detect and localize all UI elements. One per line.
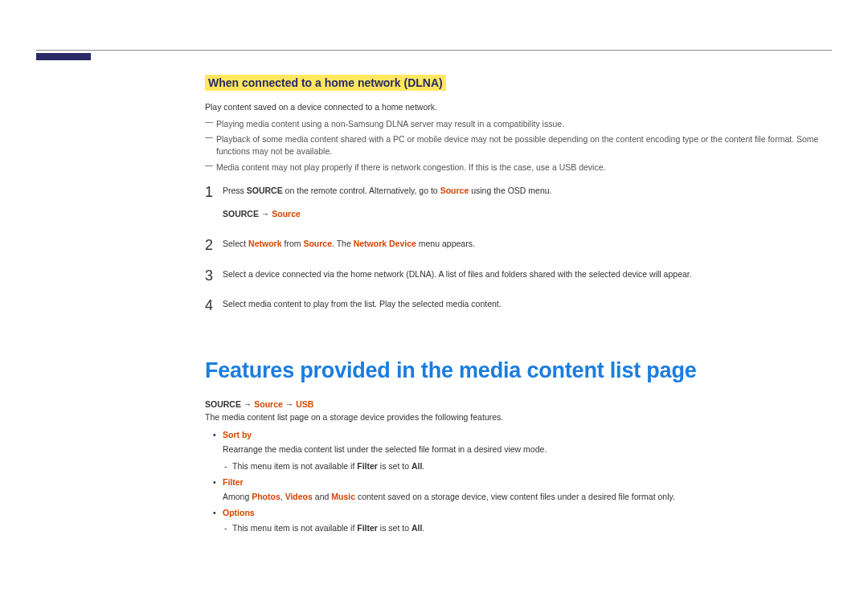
feature-desc: Rearrange the media content list under t… bbox=[205, 443, 832, 456]
step-1: 1 Press SOURCE on the remote control. Al… bbox=[205, 185, 832, 220]
network-device-link: Network Device bbox=[354, 239, 416, 248]
feature-list: Sort by Rearrange the media content list… bbox=[205, 428, 832, 534]
step-number: 2 bbox=[205, 235, 213, 255]
step-text: using the OSD menu. bbox=[469, 186, 551, 195]
feature-sortby: Sort by bbox=[205, 428, 832, 441]
note-text: This menu item is not available if bbox=[232, 461, 357, 471]
nav-path: SOURCE → Source bbox=[223, 208, 832, 220]
section-heading-features: Features provided in the media content l… bbox=[205, 358, 832, 383]
note-item: Playback of some media content shared wi… bbox=[205, 133, 832, 157]
section-heading-dlna: When connected to a home network (DLNA) bbox=[205, 75, 446, 91]
step-text: . The bbox=[332, 239, 354, 248]
all-label: All bbox=[411, 461, 422, 471]
feature-filter: Filter bbox=[205, 476, 832, 488]
step-text: Select a device connected via the home n… bbox=[223, 269, 692, 279]
step-text: Press bbox=[223, 186, 247, 195]
path-part: SOURCE bbox=[223, 209, 261, 219]
source-link: Source bbox=[440, 186, 469, 195]
step-3: 3 Select a device connected via the home… bbox=[205, 268, 832, 280]
all-label: All bbox=[411, 523, 422, 533]
source-label: SOURCE bbox=[247, 186, 283, 195]
step-text: Select media content to play from the li… bbox=[223, 299, 502, 309]
step-text: Select bbox=[223, 239, 248, 248]
feature-desc: Among Photos, Videos and Music content s… bbox=[205, 490, 832, 503]
note-text: . bbox=[422, 461, 424, 471]
photos-link: Photos bbox=[252, 492, 280, 501]
videos-link: Videos bbox=[285, 492, 313, 501]
arrow-icon: → bbox=[244, 399, 254, 409]
accent-bar bbox=[36, 53, 91, 60]
feature-title: Sort by bbox=[223, 430, 252, 439]
step-text: from bbox=[282, 239, 304, 248]
feature-options: Options bbox=[205, 506, 832, 519]
note-text: is set to bbox=[378, 461, 411, 471]
features-intro: The media content list page on a storage… bbox=[205, 412, 832, 422]
note-text: is set to bbox=[378, 523, 411, 533]
note-item: Media content may not play properly if t… bbox=[205, 161, 832, 174]
step-number: 3 bbox=[205, 265, 213, 286]
top-rule bbox=[36, 50, 832, 51]
arrow-icon: → bbox=[283, 399, 296, 409]
path-part: USB bbox=[296, 399, 313, 409]
path-part: Source bbox=[254, 399, 283, 409]
nav-path: SOURCE → Source → USB bbox=[205, 399, 832, 409]
feature-title: Filter bbox=[223, 477, 244, 487]
desc-text: Among bbox=[223, 492, 252, 501]
filter-label: Filter bbox=[357, 461, 378, 471]
feature-note: This menu item is not available if Filte… bbox=[205, 521, 832, 534]
path-part: SOURCE bbox=[205, 399, 244, 409]
step-4: 4 Select media content to play from the … bbox=[205, 298, 832, 310]
arrow-icon: → bbox=[261, 209, 272, 219]
feature-note: This menu item is not available if Filte… bbox=[205, 460, 832, 472]
network-link: Network bbox=[248, 239, 281, 248]
step-number: 4 bbox=[205, 295, 213, 316]
steps-list: 1 Press SOURCE on the remote control. Al… bbox=[205, 185, 832, 310]
feature-title: Options bbox=[223, 508, 255, 517]
step-text: menu appears. bbox=[416, 239, 475, 248]
note-text: This menu item is not available if bbox=[232, 523, 357, 533]
step-number: 1 bbox=[205, 182, 213, 202]
intro-text: Play content saved on a device connected… bbox=[205, 102, 832, 112]
step-text: on the remote control. Alternatively, go… bbox=[283, 186, 440, 195]
note-item: Playing media content using a non-Samsun… bbox=[205, 118, 832, 130]
step-2: 2 Select Network from Source. The Networ… bbox=[205, 238, 832, 250]
filter-label: Filter bbox=[357, 523, 378, 533]
desc-text: content saved on a storage device, view … bbox=[355, 492, 675, 501]
desc-text: and bbox=[313, 492, 331, 501]
note-text: . bbox=[422, 523, 424, 533]
source-link: Source bbox=[303, 239, 332, 248]
notes-list: Playing media content using a non-Samsun… bbox=[205, 118, 832, 174]
music-link: Music bbox=[331, 492, 355, 501]
path-part: Source bbox=[272, 209, 301, 219]
